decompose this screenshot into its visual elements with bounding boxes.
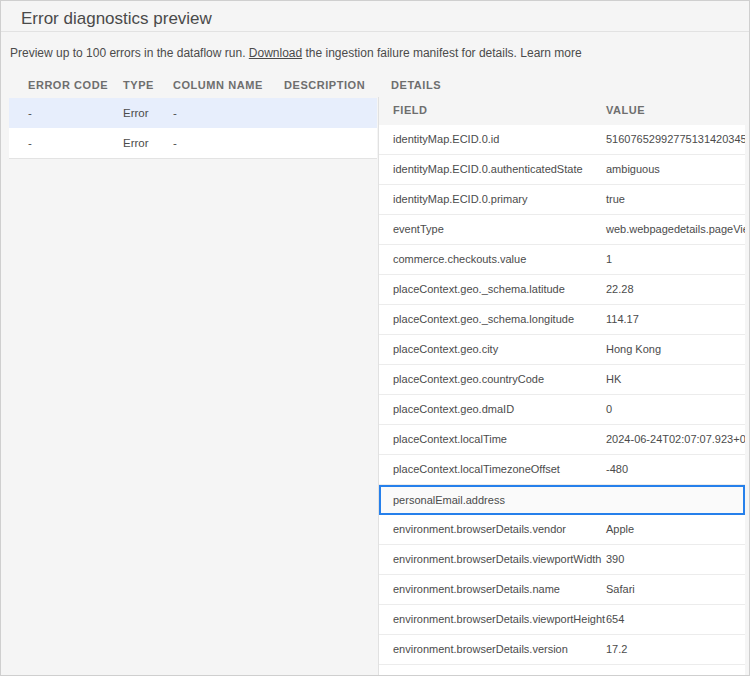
table-row: placeContext.localTimezoneOffset -480: [379, 455, 745, 485]
value-cell: Hong Kong: [606, 335, 661, 364]
column-header-column-name: COLUMN NAME: [173, 79, 263, 91]
subtitle: Preview up to 100 errors in the dataflow…: [10, 46, 582, 60]
value-cell: web.webpagedetails.pageViews: [606, 215, 745, 244]
table-row[interactable]: - Error -: [9, 128, 377, 158]
table-row: identityMap.ECID.0.primary true: [379, 185, 745, 215]
field-cell: placeContext.geo._schema.latitude: [393, 275, 565, 304]
error-diagnostics-preview-panel: Error diagnostics preview Preview up to …: [0, 0, 750, 676]
table-row: eventType web.webpagedetails.pageViews: [379, 215, 745, 245]
field-cell: placeContext.localTime: [393, 425, 507, 454]
field-cell: environment.browserDetails.version: [393, 635, 568, 664]
field-cell: environment.browserDetails.viewportWidth: [393, 545, 601, 574]
field-cell: environment.browserDetails.viewportHeigh…: [393, 605, 605, 634]
value-cell: 1: [606, 245, 612, 274]
value-cell: 51607652992775131420345810772805199: [606, 125, 745, 154]
error-code-cell: -: [28, 98, 32, 128]
field-cell: personalEmail.address: [393, 487, 505, 513]
field-cell: environment.browserDetails.name: [393, 575, 560, 604]
table-row: identityMap.ECID.0.id 516076529927751314…: [379, 125, 745, 155]
table-row: placeContext.geo.dmaID 0: [379, 395, 745, 425]
column-header-field: FIELD: [393, 104, 428, 116]
value-cell: Apple: [606, 515, 634, 544]
value-cell: -480: [606, 455, 628, 484]
table-row: placeContext.geo._schema.latitude 22.28: [379, 275, 745, 305]
column-header-error-code: ERROR CODE: [28, 79, 108, 91]
details-panel-header: FIELD VALUE: [379, 97, 745, 125]
column-header-type: TYPE: [123, 79, 154, 91]
field-cell: environment.browserDetails.vendor: [393, 515, 566, 544]
table-row: environment.operatingSystemVersion 17.2.…: [379, 665, 745, 676]
table-row: environment.browserDetails.viewportWidth…: [379, 545, 745, 575]
table-row: personalEmail.address: [379, 485, 745, 515]
table-row: placeContext.geo.countryCode HK: [379, 365, 745, 395]
field-cell: commerce.checkouts.value: [393, 245, 526, 274]
value-cell: 390: [606, 545, 624, 574]
details-panel-rows: identityMap.ECID.0.id 516076529927751314…: [379, 125, 745, 676]
value-cell: 22.28: [606, 275, 634, 304]
page-title: Error diagnostics preview: [21, 9, 212, 29]
value-cell: 114.17: [606, 305, 639, 334]
value-cell: Safari: [606, 575, 635, 604]
value-cell: HK: [606, 365, 621, 394]
column-header-details: DETAILS: [391, 79, 441, 91]
value-cell: 2024-06-24T02:07:07.923+08:00: [606, 425, 745, 454]
field-cell: identityMap.ECID.0.authenticatedState: [393, 155, 583, 184]
field-cell: placeContext.localTimezoneOffset: [393, 455, 560, 484]
field-cell: placeContext.geo._schema.longitude: [393, 305, 574, 334]
title-divider: [1, 31, 749, 32]
table-row: environment.browserDetails.vendor Apple: [379, 515, 745, 545]
subtitle-text-mid: the ingestion failure manifest for detai…: [302, 46, 520, 60]
field-cell: identityMap.ECID.0.id: [393, 125, 499, 154]
field-cell: environment.operatingSystemVersion: [393, 665, 576, 676]
learn-more-link[interactable]: Learn more: [520, 46, 581, 60]
value-cell: 17.2: [606, 635, 627, 664]
table-row: environment.browserDetails.name Safari: [379, 575, 745, 605]
field-cell: eventType: [393, 215, 444, 244]
value-cell: 0: [606, 395, 612, 424]
error-table-rows: - Error - - Error -: [9, 98, 377, 159]
table-row[interactable]: - Error -: [9, 98, 377, 128]
error-table-header: ERROR CODE TYPE COLUMN NAME DESCRIPTION …: [1, 79, 749, 97]
value-cell: ambiguous: [606, 155, 660, 184]
field-cell: identityMap.ECID.0.primary: [393, 185, 528, 214]
table-row: environment.browserDetails.version 17.2: [379, 635, 745, 665]
column-name-cell: -: [173, 98, 177, 128]
type-cell: Error: [123, 128, 149, 158]
column-name-cell: -: [173, 128, 177, 158]
column-header-description: DESCRIPTION: [284, 79, 365, 91]
column-header-value: VALUE: [606, 104, 645, 116]
error-code-cell: -: [28, 128, 32, 158]
table-row: placeContext.geo._schema.longitude 114.1…: [379, 305, 745, 335]
table-row: placeContext.localTime 2024-06-24T02:07:…: [379, 425, 745, 455]
value-cell: 17.2.1: [606, 665, 637, 676]
table-row: environment.browserDetails.viewportHeigh…: [379, 605, 745, 635]
table-row: identityMap.ECID.0.authenticatedState am…: [379, 155, 745, 185]
value-cell: true: [606, 185, 625, 214]
download-link[interactable]: Download: [249, 46, 302, 60]
table-row: commerce.checkouts.value 1: [379, 245, 745, 275]
field-cell: placeContext.geo.countryCode: [393, 365, 544, 394]
field-cell: placeContext.geo.city: [393, 335, 498, 364]
field-cell: placeContext.geo.dmaID: [393, 395, 514, 424]
subtitle-text-pre: Preview up to 100 errors in the dataflow…: [10, 46, 249, 60]
value-cell: 654: [606, 605, 624, 634]
type-cell: Error: [123, 98, 149, 128]
details-panel: FIELD VALUE identityMap.ECID.0.id 516076…: [378, 97, 745, 676]
table-row: placeContext.geo.city Hong Kong: [379, 335, 745, 365]
